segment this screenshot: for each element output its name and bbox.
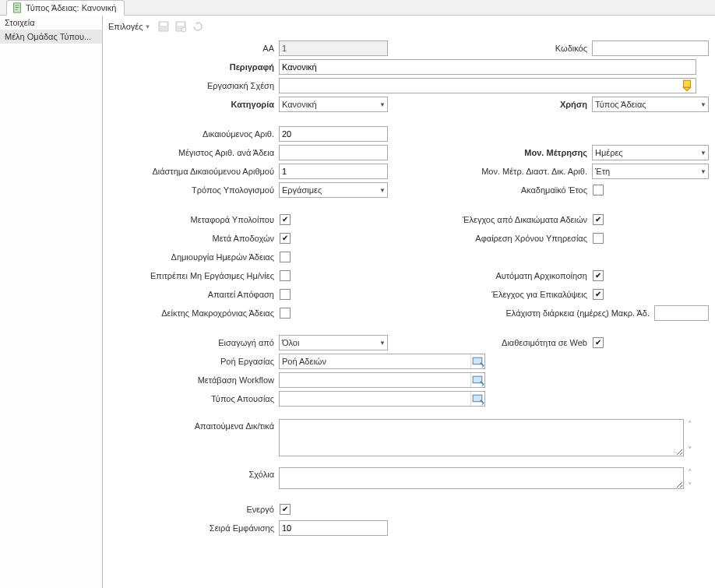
select-unit-value: Ημέρες <box>595 148 623 157</box>
chevron-down-icon: ▼ <box>379 187 386 194</box>
input-min-long-days[interactable] <box>654 305 709 321</box>
select-unit[interactable]: Ημέρες ▼ <box>592 145 709 160</box>
lookup-icon[interactable] <box>470 373 484 387</box>
sidebar-item-details[interactable]: Στοιχεία <box>0 16 102 30</box>
select-calc-method-value: Εργάσιμες <box>282 185 322 195</box>
checkbox-web-avail[interactable] <box>593 337 604 348</box>
label-absence-type: Τύπος Απουσίας <box>106 394 279 403</box>
chevron-down-icon: ▼ <box>700 101 706 108</box>
svg-rect-2 <box>15 7 19 8</box>
checkbox-active[interactable] <box>280 504 291 515</box>
svg-rect-9 <box>684 80 691 87</box>
label-required-docs: Απαιτούμενα Δικ/τικά <box>106 419 279 431</box>
select-usage-value: Τύπος Άδειας <box>595 100 646 109</box>
label-comments: Σχόλια <box>106 467 279 479</box>
tab-title: Τύπος Άδειας: Κανονική <box>26 3 116 12</box>
select-usage[interactable]: Τύπος Άδειας ▼ <box>592 97 709 112</box>
label-interval-unit: Μον. Μέτρ. Διαστ. Δικ. Αριθ. <box>452 167 592 176</box>
label-entitled-num: Δικαιούμενος Αριθ. <box>106 129 279 139</box>
input-description[interactable] <box>279 59 696 75</box>
label-active: Ενεργό <box>106 505 279 514</box>
textarea-comments[interactable] <box>279 467 684 489</box>
svg-rect-5 <box>160 23 167 26</box>
document-icon <box>12 2 23 13</box>
label-workflow-transition: Μετάβαση Workflow <box>106 375 279 385</box>
down-arrow-icon <box>680 79 694 93</box>
label-min-long-days: Ελάχιστη διάρκεια (ημέρες) Μακρ. Άδ. <box>475 308 654 318</box>
svg-point-8 <box>181 27 186 32</box>
checkbox-overlap-check[interactable] <box>593 289 604 300</box>
svg-rect-3 <box>15 9 18 10</box>
label-usage: Χρήση <box>452 100 592 109</box>
svg-rect-1 <box>15 5 19 6</box>
label-rights-check: Έλεγχος από Δικαιώματα Αδειών <box>452 215 592 224</box>
select-calc-method[interactable]: Εργάσιμες ▼ <box>279 182 388 198</box>
label-calc-method: Τρόπος Υπολογισμού <box>106 185 279 195</box>
input-interval-entitled[interactable] <box>279 164 388 179</box>
chevron-down-icon: ▼ <box>700 150 706 157</box>
checkbox-deduct-service[interactable] <box>593 233 604 244</box>
toolbar-options-label: Επιλογές <box>108 22 143 31</box>
label-workflow: Ροή Εργασίας <box>106 357 279 366</box>
checkbox-rights-check[interactable] <box>593 214 604 225</box>
select-category-value: Κανονική <box>282 100 317 109</box>
label-paid: Μετά Αποδοχών <box>106 234 279 243</box>
label-description: Περιγραφή <box>106 62 279 72</box>
lookup-workflow-value: Ροή Αδειών <box>280 357 470 366</box>
select-insert-by[interactable]: Όλοι ▼ <box>279 335 388 350</box>
label-code: Κωδικός <box>452 44 592 53</box>
checkbox-requires-decision[interactable] <box>280 289 291 300</box>
input-max-per-leave[interactable] <box>279 145 388 160</box>
toolbar-options[interactable]: Επιλογές ▼ <box>106 20 153 33</box>
tab-active[interactable]: Τύπος Άδειας: Κανονική <box>6 0 125 16</box>
input-code[interactable] <box>592 40 709 56</box>
label-deduct-service: Αφαίρεση Χρόνου Υπηρεσίας <box>452 234 592 243</box>
label-overlap-check: Έλεγχος για Επικαλύψεις <box>452 290 592 299</box>
textarea-required-docs[interactable] <box>279 419 684 456</box>
tab-bar: Τύπος Άδειας: Κανονική <box>0 0 715 16</box>
lookup-work-relation[interactable] <box>279 78 696 93</box>
scrollbar[interactable]: ˄˅ <box>684 419 696 456</box>
input-display-order[interactable] <box>279 520 388 536</box>
select-insert-by-value: Όλοι <box>282 338 299 347</box>
label-category: Κατηγορία <box>106 100 279 109</box>
chevron-down-icon: ▼ <box>379 340 386 347</box>
label-create-leave-days: Δημιουργία Ημερών Άδειας <box>106 252 279 262</box>
sidebar: Στοιχεία Μέλη Ομάδας Τύπου... <box>0 16 103 588</box>
select-interval-unit-value: Έτη <box>595 167 610 176</box>
sidebar-item-team[interactable]: Μέλη Ομάδας Τύπου... <box>0 30 102 44</box>
main-panel: Επιλογές ▼ ΑΑ Κωδικός <box>103 16 715 588</box>
label-carry-over: Μεταφορά Υπολοίπου <box>106 215 279 224</box>
label-aa: ΑΑ <box>106 44 279 53</box>
label-unit: Μον. Μέτρησης <box>452 148 592 157</box>
chevron-down-icon: ▼ <box>700 168 706 175</box>
refresh-icon <box>192 20 204 33</box>
lookup-workflow-transition[interactable] <box>279 372 485 388</box>
label-requires-decision: Απαιτεί Απόφαση <box>106 290 279 299</box>
checkbox-long-leave-indicator[interactable] <box>280 308 291 319</box>
checkbox-academic-year[interactable] <box>593 185 604 195</box>
lookup-absence-type[interactable] <box>279 391 485 407</box>
checkbox-paid[interactable] <box>280 233 291 244</box>
select-category[interactable]: Κανονική ▼ <box>279 97 388 112</box>
checkbox-carry-over[interactable] <box>280 214 291 225</box>
checkbox-auto-init[interactable] <box>593 270 604 281</box>
label-web-avail: Διαθεσιμότητα σε Web <box>452 338 592 347</box>
scrollbar[interactable]: ˄˅ <box>684 467 696 492</box>
lookup-icon[interactable] <box>470 354 484 368</box>
label-display-order: Σειρά Εμφάνισης <box>106 523 279 533</box>
lookup-workflow[interactable]: Ροή Αδειών <box>279 354 485 369</box>
lookup-icon[interactable] <box>470 392 484 406</box>
label-allow-nonwork: Επιτρέπει Μη Εργάσιμες Ημ/νίες <box>106 271 279 280</box>
label-long-leave-indicator: Δείκτης Μακροχρόνιας Άδειας <box>106 308 279 318</box>
chevron-down-icon: ▼ <box>145 23 151 30</box>
input-entitled-num[interactable] <box>279 126 388 142</box>
checkbox-create-leave-days[interactable] <box>280 252 291 262</box>
label-insert-by: Εισαγωγή από <box>106 338 279 347</box>
save-icon <box>157 20 170 33</box>
input-aa <box>279 40 388 56</box>
select-interval-unit[interactable]: Έτη ▼ <box>592 164 709 179</box>
label-max-per-leave: Μέγιστος Αριθ. ανά Άδεια <box>106 148 279 157</box>
checkbox-allow-nonwork[interactable] <box>280 270 291 281</box>
label-interval-entitled: Διάστημα Δικαιούμενου Αριθμού <box>106 167 279 176</box>
